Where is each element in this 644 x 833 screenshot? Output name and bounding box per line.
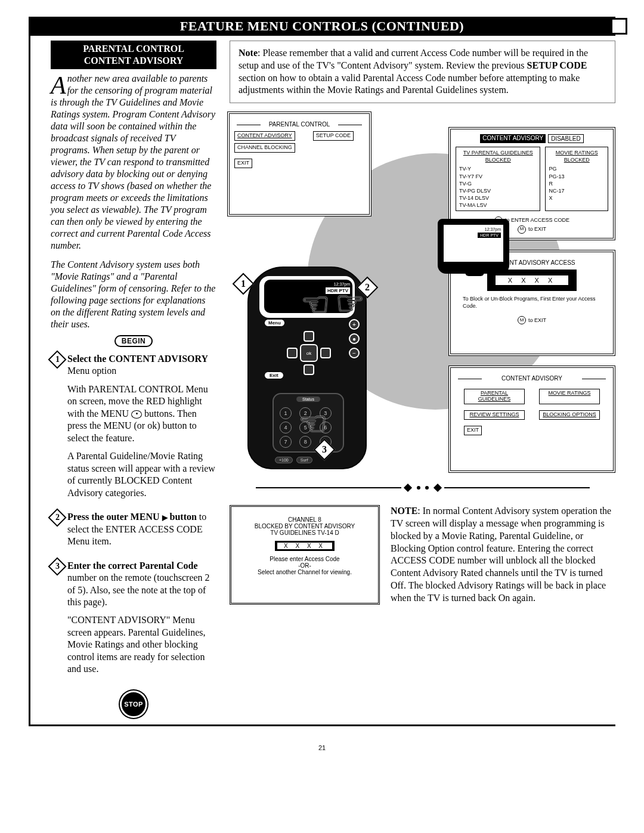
osd4-movie-ratings: MOVIE RATINGS: [539, 389, 600, 404]
keypad-7: 7: [280, 436, 292, 448]
section-title-line1: PARENTAL CONTROL: [83, 44, 184, 54]
begin-row: BEGIN: [51, 335, 216, 347]
dpad-left-icon: [287, 348, 298, 358]
header-corner-box: [611, 18, 627, 35]
osd2-status: DISABLED: [548, 134, 583, 143]
remote-side-buttons: + ● −: [349, 319, 360, 358]
bottom-row: CHANNEL 8 BLOCKED BY CONTENT ADVISORY TV…: [230, 505, 615, 604]
osd4-title: CONTENT ADVISORY: [456, 375, 608, 382]
osd1-title: PARENTAL CONTROL: [234, 121, 364, 128]
intro-para-1: nother new area available to parents for…: [51, 73, 215, 250]
keypad-3: 3: [320, 407, 332, 419]
remote-dpad: ok: [287, 331, 331, 375]
stop-row: STOP: [51, 692, 216, 716]
remote-exit-button: Exit: [264, 371, 284, 379]
remote-hdr-badge: HDR PTV: [326, 287, 350, 294]
volume-down-icon: −: [349, 348, 360, 358]
step-3: 3 Enter the correct Parental Code number…: [51, 560, 216, 682]
step3-lead-bold: Enter the correct Parental Code: [67, 561, 198, 571]
remote-lcd: 12:37pm HDR PTV: [264, 280, 352, 313]
blocked-line4: Please enter Access Code: [237, 556, 372, 562]
keypad-6: 6: [320, 422, 332, 433]
begin-badge: BEGIN: [114, 335, 153, 347]
dpad-ok-button: ok: [300, 344, 318, 362]
osd4-blocking-options: BLOCKING OPTIONS: [539, 410, 600, 420]
blocked-line1: CHANNEL 8: [237, 516, 372, 523]
intro-para-2: The Content Advisory system uses both "M…: [51, 259, 216, 330]
step-number-icon: 2: [48, 509, 66, 527]
keypad-2: 2: [299, 407, 311, 419]
blocked-code: X X X X: [277, 543, 332, 549]
blocked-line6: Select another Channel for viewing.: [237, 569, 372, 575]
osd2-title: CONTENT ADVISORY: [480, 134, 546, 143]
page-number: 21: [29, 744, 615, 751]
note-text2: section on how to obtain a valid Parenta…: [239, 73, 580, 95]
osd3-code: X X X X: [496, 275, 568, 285]
divider-dot-icon: [417, 486, 420, 490]
blocked-line3: TV GUIDELINES TV-14 D: [237, 529, 372, 536]
osd1-exit: EXIT: [234, 159, 252, 168]
osd4-parental-guidelines: PARENTAL GUIDELINES: [464, 389, 525, 404]
osd2-col1-head: TV PARENTAL GUIDELINES BLOCKED: [459, 149, 537, 163]
dpad-up-icon: [304, 331, 314, 342]
osd3-text: To Block or Un-Block Programs, First Ent…: [456, 295, 608, 311]
bottom-note: NOTE: In normal Content Advisory system …: [391, 505, 615, 604]
osd2-col2-head: MOVIE RATINGS BLOCKED: [549, 149, 605, 163]
osd1-item-channel-blocking: CHANNEL BLOCKING: [234, 143, 295, 153]
diagram-area: PARENTAL CONTROL CONTENT ADVISORY SETUP …: [230, 112, 615, 481]
section-title-line2: CONTENT ADVISORY: [84, 55, 184, 66]
note-bold: SETUP CODE: [527, 60, 587, 70]
mute-icon: ●: [349, 333, 360, 344]
right-column: Note: Please remember that a valid and c…: [230, 41, 615, 716]
osd2-movie-ratings-box: MOVIE RATINGS BLOCKED PG PG-13 R NC-17 X: [545, 147, 608, 211]
keypad-1: 1: [280, 407, 292, 419]
osd1-item-setup-code: SETUP CODE: [313, 131, 354, 141]
mini-time: 12:37pm: [446, 227, 501, 231]
osd4-review-settings: REVIEW SETTINGS: [464, 410, 525, 420]
step2-lead-bold: Press the outer MENU: [67, 512, 162, 522]
divider-dot-icon: [425, 486, 429, 490]
dpad-right-icon: [320, 348, 331, 358]
bottom-note-text: : In normal Content Advisory system oper…: [391, 506, 611, 603]
remote-menu-button: Menu: [264, 319, 285, 327]
step3-body1: "CONTENT ADVISORY" Menu screen appears. …: [67, 614, 216, 675]
blocked-channel-panel: CHANNEL 8 BLOCKED BY CONTENT ADVISORY TV…: [230, 505, 380, 604]
step1-lead-bold: Select the CONTENT ADVISORY: [67, 354, 208, 364]
volume-up-icon: +: [349, 319, 360, 330]
right-triangle-icon: [162, 512, 168, 522]
step-2: 2 Press the outer MENU button to select …: [51, 511, 216, 553]
blocked-line2: BLOCKED BY CONTENT ADVISORY: [237, 523, 372, 529]
osd-content-advisory-menu: CONTENT ADVISORY PARENTAL GUIDELINES MOV…: [448, 366, 615, 473]
keypad-8: 8: [299, 436, 311, 448]
osd2-legend2: to EXIT: [528, 226, 546, 232]
page-header: FEATURE MENU CONTROLS (CONTINUED): [29, 17, 615, 36]
menu-nav-icon: [131, 410, 142, 419]
m-icon: M: [518, 316, 526, 324]
remote-surf: Surf: [296, 457, 312, 463]
step3-lead-rest: number on the remote (touchscreen 2 of 5…: [67, 572, 210, 607]
stop-badge: STOP: [122, 692, 145, 716]
remote-control-graphic: 12:37pm HDR PTV Menu Exit ok: [247, 267, 367, 469]
osd2-legend1: to ENTER ACCESS CODE: [505, 217, 569, 223]
divider-diamond-icon: [403, 484, 411, 492]
page-title: FEATURE MENU CONTROLS (CONTINUED): [180, 18, 464, 34]
remote-touch-keypad: 1 2 3 4 5 6 7 8 9: [273, 393, 344, 453]
keypad-4: 4: [280, 422, 292, 433]
step2-lead-bold2: button: [168, 512, 197, 522]
remote-time: 12:37pm: [267, 282, 350, 286]
top-note-box: Note: Please remember that a valid and c…: [230, 41, 615, 103]
left-column: PARENTAL CONTROL CONTENT ADVISORY A noth…: [51, 41, 216, 716]
intro-text: A nother new area available to parents f…: [51, 73, 216, 330]
dpad-down-icon: [304, 364, 314, 375]
mini-tv-graphic: 12:37pm HDR PTV: [438, 219, 509, 274]
step-number-icon: 1: [48, 350, 66, 368]
note-lead: Note: [239, 48, 258, 58]
step-1: 1 Select the CONTENT ADVISORY Menu optio…: [51, 353, 216, 505]
osd2-tv-guidelines-box: TV PARENTAL GUIDELINES BLOCKED TV-Y TV-Y…: [456, 147, 540, 211]
m-icon: M: [518, 225, 526, 234]
step-number-icon: 3: [48, 557, 66, 575]
bottom-note-lead: NOTE: [391, 506, 417, 516]
osd-parental-control: PARENTAL CONTROL CONTENT ADVISORY SETUP …: [227, 112, 371, 216]
blocked-line5: -OR-: [237, 562, 372, 569]
keypad-5: 5: [299, 422, 311, 433]
